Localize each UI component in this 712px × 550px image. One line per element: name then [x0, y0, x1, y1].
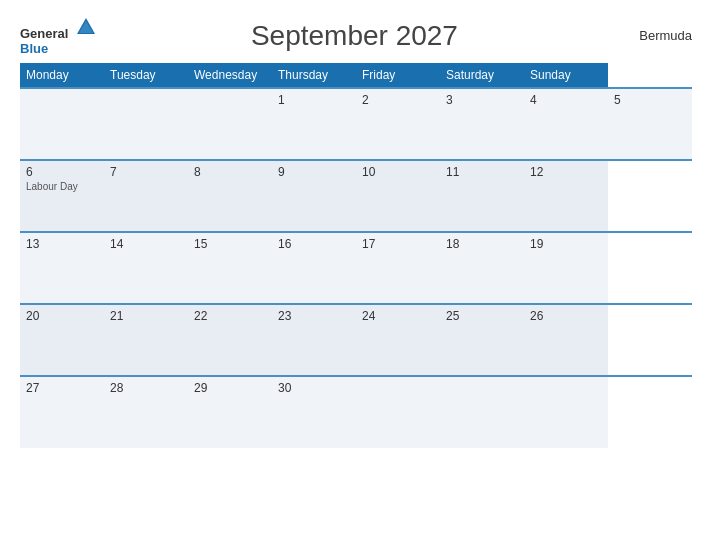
header-saturday: Saturday	[440, 63, 524, 88]
calendar-cell: 12	[524, 160, 608, 232]
calendar-cell: 14	[104, 232, 188, 304]
calendar-cell: 2	[356, 88, 440, 160]
header-tuesday: Tuesday	[104, 63, 188, 88]
day-number: 3	[446, 93, 518, 107]
day-number: 23	[278, 309, 350, 323]
header-sunday: Sunday	[524, 63, 608, 88]
calendar-cell: 17	[356, 232, 440, 304]
month-title: September 2027	[97, 20, 612, 52]
calendar-table: Monday Tuesday Wednesday Thursday Friday…	[20, 63, 692, 448]
logo-blue-text: Blue	[20, 42, 48, 55]
calendar-cell: 29	[188, 376, 272, 448]
day-number: 14	[110, 237, 182, 251]
calendar-cell: 24	[356, 304, 440, 376]
calendar-cell: 4	[524, 88, 608, 160]
calendar-cell: 21	[104, 304, 188, 376]
calendar-cell	[20, 88, 104, 160]
day-number: 15	[194, 237, 266, 251]
calendar-cell: 26	[524, 304, 608, 376]
logo-general-text: General	[20, 26, 68, 41]
day-number: 11	[446, 165, 518, 179]
day-number: 8	[194, 165, 266, 179]
day-number: 24	[362, 309, 434, 323]
calendar-header: General Blue September 2027 Bermuda	[20, 16, 692, 55]
day-number: 30	[278, 381, 350, 395]
day-number: 20	[26, 309, 98, 323]
calendar-cell: 18	[440, 232, 524, 304]
calendar-cell: 1	[272, 88, 356, 160]
calendar-cell: 8	[188, 160, 272, 232]
day-number: 19	[530, 237, 602, 251]
calendar-cell: 30	[272, 376, 356, 448]
calendar-cell: 16	[272, 232, 356, 304]
day-number: 13	[26, 237, 98, 251]
day-number: 4	[530, 93, 602, 107]
calendar-cell: 3	[440, 88, 524, 160]
calendar-cell: 11	[440, 160, 524, 232]
day-number: 22	[194, 309, 266, 323]
calendar-cell	[188, 88, 272, 160]
calendar-cell: 10	[356, 160, 440, 232]
day-number: 25	[446, 309, 518, 323]
day-number: 29	[194, 381, 266, 395]
day-number: 1	[278, 93, 350, 107]
calendar-page: General Blue September 2027 Bermuda Mond…	[0, 0, 712, 550]
calendar-cell: 6Labour Day	[20, 160, 104, 232]
calendar-cell	[104, 88, 188, 160]
calendar-cell	[356, 376, 440, 448]
day-number: 2	[362, 93, 434, 107]
calendar-cell: 27	[20, 376, 104, 448]
calendar-cell: 9	[272, 160, 356, 232]
day-number: 26	[530, 309, 602, 323]
logo: General Blue	[20, 16, 97, 55]
day-number: 28	[110, 381, 182, 395]
weekday-header-row: Monday Tuesday Wednesday Thursday Friday…	[20, 63, 692, 88]
calendar-week-row: 20212223242526	[20, 304, 692, 376]
region-label: Bermuda	[612, 28, 692, 43]
holiday-label: Labour Day	[26, 181, 98, 192]
day-number: 16	[278, 237, 350, 251]
calendar-cell	[524, 376, 608, 448]
calendar-cell: 20	[20, 304, 104, 376]
calendar-cell: 23	[272, 304, 356, 376]
calendar-cell: 25	[440, 304, 524, 376]
calendar-cell	[440, 376, 524, 448]
day-number: 6	[26, 165, 98, 179]
calendar-week-row: 13141516171819	[20, 232, 692, 304]
calendar-week-row: 6Labour Day789101112	[20, 160, 692, 232]
day-number: 10	[362, 165, 434, 179]
header-wednesday: Wednesday	[188, 63, 272, 88]
header-thursday: Thursday	[272, 63, 356, 88]
day-number: 18	[446, 237, 518, 251]
day-number: 12	[530, 165, 602, 179]
day-number: 17	[362, 237, 434, 251]
header-friday: Friday	[356, 63, 440, 88]
header-monday: Monday	[20, 63, 104, 88]
calendar-cell: 15	[188, 232, 272, 304]
calendar-cell: 13	[20, 232, 104, 304]
day-number: 5	[614, 93, 686, 107]
calendar-week-row: 12345	[20, 88, 692, 160]
day-number: 7	[110, 165, 182, 179]
calendar-cell: 7	[104, 160, 188, 232]
calendar-cell: 5	[608, 88, 692, 160]
logo-icon	[75, 16, 97, 38]
calendar-week-row: 27282930	[20, 376, 692, 448]
day-number: 9	[278, 165, 350, 179]
calendar-cell: 22	[188, 304, 272, 376]
day-number: 27	[26, 381, 98, 395]
calendar-cell: 19	[524, 232, 608, 304]
day-number: 21	[110, 309, 182, 323]
calendar-cell: 28	[104, 376, 188, 448]
